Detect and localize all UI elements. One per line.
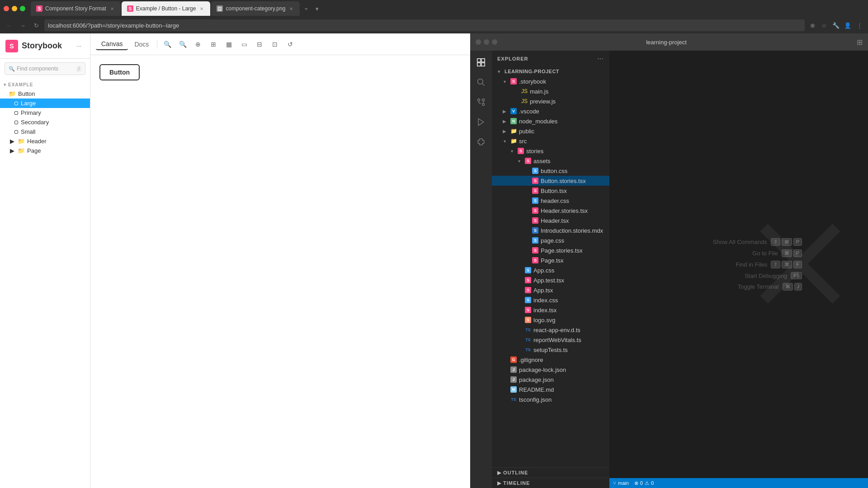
- example-section-header[interactable]: ▾ EXAMPLE: [0, 80, 90, 89]
- src-folder-item[interactable]: ▾ 📁 src: [492, 136, 609, 146]
- package-json-item[interactable]: J package.json: [492, 375, 609, 385]
- search-tool[interactable]: 🔍: [160, 37, 175, 52]
- extensions-icon[interactable]: 🔧: [831, 20, 841, 30]
- zoom-icon[interactable]: ⊕: [807, 20, 817, 30]
- vscode-close[interactable]: [476, 39, 481, 45]
- viewport-tool[interactable]: ▭: [237, 37, 251, 52]
- extensions-activity-icon[interactable]: [473, 134, 489, 150]
- debug-activity-icon[interactable]: [473, 114, 489, 130]
- zoom-reset-tool[interactable]: ⊕: [191, 37, 205, 52]
- tab-list-button[interactable]: ▾: [311, 3, 322, 14]
- stories-folder-item[interactable]: ▾ S stories: [492, 146, 609, 156]
- introduction-mdx-item[interactable]: S Introduction.stories.mdx: [492, 225, 609, 235]
- new-file-icon[interactable]: ⋯: [597, 55, 604, 62]
- page-css-item[interactable]: S page.css: [492, 235, 609, 245]
- minimize-button[interactable]: [12, 6, 17, 11]
- page-tsx-item[interactable]: S Page.tsx: [492, 255, 609, 265]
- project-root[interactable]: ▾ LEARNING-PROJECT: [492, 66, 609, 76]
- error-count: 0: [640, 480, 643, 486]
- preview-js-item[interactable]: JS preview.js: [492, 96, 609, 106]
- vscode-minimize[interactable]: [484, 39, 489, 45]
- outline-header[interactable]: ▶ OUTLINE: [492, 468, 609, 478]
- large-story-item[interactable]: Large: [0, 99, 90, 108]
- public-folder-icon: 📁: [510, 127, 517, 135]
- tsconfig-json-label: tsconfig.json: [519, 396, 552, 403]
- gitignore-item[interactable]: G .gitignore: [492, 355, 609, 365]
- bookmark-icon[interactable]: ☆: [819, 20, 829, 30]
- close-button[interactable]: [4, 6, 9, 11]
- tab-component-category[interactable]: 🖼 component-category.png ✕: [211, 1, 300, 16]
- layout-tool[interactable]: ▦: [222, 37, 236, 52]
- statusbar-errors[interactable]: ⊗ 0 ⚠ 0: [634, 480, 654, 486]
- fullscreen-tool[interactable]: ⊡: [268, 37, 282, 52]
- page-group[interactable]: ▶ 📁 Page: [0, 146, 90, 155]
- vscode-layout-icon[interactable]: ⊞: [857, 38, 863, 47]
- grid-tool[interactable]: ⊞: [206, 37, 221, 52]
- preview-button[interactable]: Button: [99, 64, 140, 80]
- branch-name: main: [618, 480, 629, 486]
- button-css-item[interactable]: S button.css: [492, 166, 609, 176]
- main-js-item[interactable]: JS main.js: [492, 86, 609, 96]
- reload-button[interactable]: ↻: [31, 20, 42, 31]
- index-tsx-item[interactable]: S index.tsx: [492, 305, 609, 315]
- vscode-maximize[interactable]: [492, 39, 497, 45]
- sync-tool[interactable]: ↺: [283, 37, 297, 52]
- vscode-titlebar: learning-project ⊞: [470, 33, 868, 51]
- statusbar-branch[interactable]: ⑂ main: [613, 480, 629, 486]
- node-modules-item[interactable]: ▶ N node_modules: [492, 116, 609, 126]
- tab-close-img[interactable]: ✕: [288, 5, 294, 12]
- explorer-activity-icon[interactable]: [473, 54, 489, 70]
- search-input[interactable]: 🔍 Find components /: [5, 62, 85, 75]
- zoom-out-tool[interactable]: 🔍: [175, 37, 190, 52]
- timeline-header[interactable]: ▶ TIMELINE: [492, 478, 609, 488]
- index-css-item[interactable]: S index.css: [492, 295, 609, 305]
- back-button[interactable]: ←: [4, 20, 14, 31]
- docs-tab[interactable]: Docs: [129, 39, 154, 50]
- small-story-item[interactable]: Small: [0, 127, 90, 136]
- new-tab-button[interactable]: +: [301, 3, 311, 14]
- primary-story-item[interactable]: Primary: [0, 108, 90, 117]
- app-css-label: App.css: [533, 267, 554, 274]
- header-group-label: Header: [27, 138, 47, 145]
- readme-md-item[interactable]: M README.md: [492, 385, 609, 394]
- app-test-tsx-item[interactable]: S App.test.tsx: [492, 275, 609, 285]
- canvas-tab[interactable]: Canvas: [96, 38, 128, 50]
- tab-close-csf[interactable]: ✕: [109, 5, 115, 12]
- menu-icon[interactable]: ⋮: [854, 20, 864, 30]
- node-modules-icon: N: [510, 117, 517, 125]
- header-css-item[interactable]: S header.css: [492, 196, 609, 206]
- app-tsx-item[interactable]: S App.tsx: [492, 285, 609, 295]
- profile-icon[interactable]: 👤: [843, 20, 853, 30]
- tab-csf[interactable]: S Component Story Format ✕: [31, 1, 121, 16]
- assets-folder-item[interactable]: ▾ S assets: [492, 156, 609, 166]
- tab-example[interactable]: S Example / Button - Large ✕: [122, 1, 211, 16]
- vscode-folder-item[interactable]: ▶ V .vscode: [492, 106, 609, 116]
- git-activity-icon[interactable]: [473, 94, 489, 110]
- button-tsx-item[interactable]: S Button.tsx: [492, 186, 609, 196]
- tsconfig-json-icon: TS: [510, 396, 517, 403]
- public-folder-item[interactable]: ▶ 📁 public: [492, 126, 609, 136]
- logo-svg-item[interactable]: S logo.svg: [492, 315, 609, 325]
- svg-rect-3: [481, 63, 485, 66]
- address-input[interactable]: [44, 19, 805, 31]
- report-web-vitals-item[interactable]: TS reportWebVitals.ts: [492, 335, 609, 345]
- storybook-more-button[interactable]: ···: [74, 41, 85, 52]
- setup-tests-item[interactable]: TS setupTests.ts: [492, 345, 609, 355]
- page-stories-tsx-item[interactable]: S Page.stories.tsx: [492, 245, 609, 255]
- button-stories-tsx-item[interactable]: S Button.stories.tsx: [492, 176, 609, 186]
- header-tsx-item[interactable]: S Header.tsx: [492, 216, 609, 225]
- tsconfig-json-item[interactable]: TS tsconfig.json: [492, 394, 609, 404]
- measure-tool[interactable]: ⊟: [252, 37, 267, 52]
- header-stories-tsx-item[interactable]: S Header.stories.tsx: [492, 206, 609, 216]
- react-app-env-item[interactable]: TS react-app-env.d.ts: [492, 325, 609, 335]
- button-group[interactable]: 📁 Button: [0, 89, 90, 99]
- search-activity-icon[interactable]: [473, 74, 489, 90]
- maximize-button[interactable]: [20, 6, 25, 11]
- app-css-item[interactable]: S App.css: [492, 265, 609, 275]
- tab-close-example[interactable]: ✕: [198, 5, 205, 12]
- forward-button[interactable]: →: [17, 20, 28, 31]
- package-lock-item[interactable]: J package-lock.json: [492, 365, 609, 375]
- header-group[interactable]: ▶ 📁 Header: [0, 136, 90, 146]
- secondary-story-item[interactable]: Secondary: [0, 117, 90, 127]
- storybook-folder-item[interactable]: ▾ S .storybook: [492, 76, 609, 86]
